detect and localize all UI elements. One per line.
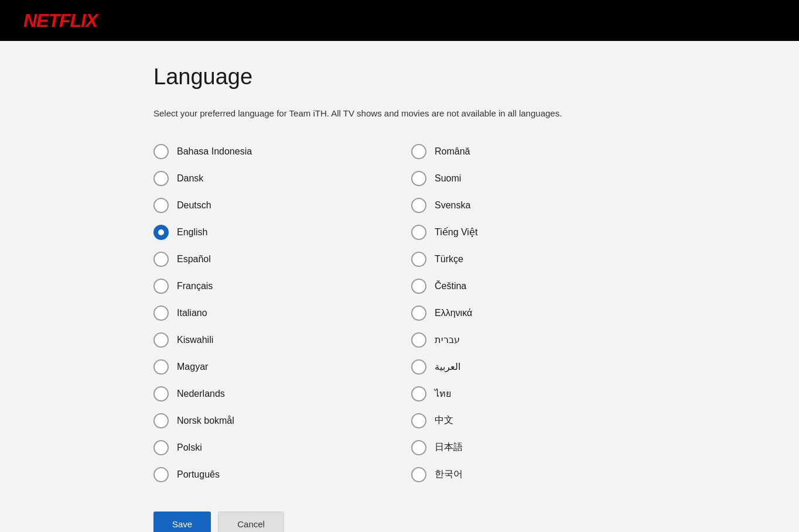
language-item-svenska[interactable]: Svenska [411,192,646,219]
radio-turkce[interactable] [411,252,426,267]
language-label-romana: Română [435,146,470,157]
button-row: Save Cancel [153,512,646,533]
language-column-right: RomânăSuomiSvenskaTiếng ViệtTürkçeČeštin… [411,138,646,488]
radio-portugues[interactable] [153,467,169,482]
radio-arabic[interactable] [411,359,426,375]
language-label-magyar: Magyar [177,362,208,372]
radio-inner-english [158,229,164,235]
top-header: NETFLIX [0,0,799,41]
page-description: Select your preferred language for Team … [153,107,646,121]
language-grid: Bahasa IndonesiaDanskDeutschEnglishEspañ… [153,138,646,488]
page-title: Language [153,64,646,90]
language-label-english: English [177,227,207,238]
radio-japanese[interactable] [411,440,426,455]
main-content: Language Select your preferred language … [118,41,681,532]
radio-nederlands[interactable] [153,386,169,401]
language-item-ivrit[interactable]: עברית [411,327,646,353]
language-item-italiano[interactable]: Italiano [153,300,388,327]
radio-italiano[interactable] [153,306,169,321]
language-label-norsk-bokmal: Norsk bokmål [177,416,234,426]
netflix-logo: NETFLIX [23,10,97,32]
language-label-korean: 한국어 [435,468,463,480]
radio-bahasa-indonesia[interactable] [153,144,169,159]
language-label-thai: ไทย [435,386,451,401]
language-item-romana[interactable]: Română [411,138,646,165]
language-label-italiano: Italiano [177,308,207,318]
language-item-bahasa-indonesia[interactable]: Bahasa Indonesia [153,138,388,165]
language-label-kiswahili: Kiswahili [177,335,213,345]
language-label-ivrit: עברית [435,334,460,345]
radio-espanol[interactable] [153,252,169,267]
radio-romana[interactable] [411,144,426,159]
language-item-tieng-viet[interactable]: Tiếng Việt [411,219,646,246]
language-item-suomi[interactable]: Suomi [411,165,646,192]
language-item-espanol[interactable]: Español [153,246,388,273]
language-item-portugues[interactable]: Português [153,461,388,488]
language-label-dansk: Dansk [177,173,203,184]
radio-ivrit[interactable] [411,332,426,348]
language-item-arabic[interactable]: العربية [411,353,646,380]
language-label-polski: Polski [177,442,202,453]
language-item-cestina[interactable]: Čeština [411,273,646,300]
save-button[interactable]: Save [153,512,211,533]
language-label-nederlands: Nederlands [177,389,225,399]
language-item-korean[interactable]: 한국어 [411,461,646,488]
language-item-deutsch[interactable]: Deutsch [153,192,388,219]
radio-francais[interactable] [153,279,169,294]
radio-dansk[interactable] [153,171,169,186]
language-item-francais[interactable]: Français [153,273,388,300]
radio-suomi[interactable] [411,171,426,186]
cancel-button[interactable]: Cancel [218,512,284,533]
radio-kiswahili[interactable] [153,332,169,348]
language-label-deutsch: Deutsch [177,200,211,211]
language-column-left: Bahasa IndonesiaDanskDeutschEnglishEspañ… [153,138,388,488]
radio-english[interactable] [153,225,169,240]
language-item-chinese[interactable]: 中文 [411,407,646,434]
language-label-svenska: Svenska [435,200,470,211]
language-label-arabic: العربية [435,361,460,372]
language-label-francais: Français [177,281,213,291]
radio-deutsch[interactable] [153,198,169,213]
radio-svenska[interactable] [411,198,426,213]
language-item-ellinika[interactable]: Ελληνικά [411,300,646,327]
language-item-magyar[interactable]: Magyar [153,353,388,380]
language-item-english[interactable]: English [153,219,388,246]
radio-tieng-viet[interactable] [411,225,426,240]
language-item-norsk-bokmal[interactable]: Norsk bokmål [153,407,388,434]
language-label-bahasa-indonesia: Bahasa Indonesia [177,146,252,157]
language-label-espanol: Español [177,254,211,265]
language-label-cestina: Čeština [435,281,466,291]
language-item-japanese[interactable]: 日本語 [411,434,646,461]
radio-ellinika[interactable] [411,306,426,321]
radio-korean[interactable] [411,467,426,482]
language-item-nederlands[interactable]: Nederlands [153,380,388,407]
language-item-kiswahili[interactable]: Kiswahili [153,327,388,353]
radio-cestina[interactable] [411,279,426,294]
language-label-japanese: 日本語 [435,441,463,454]
language-item-dansk[interactable]: Dansk [153,165,388,192]
radio-thai[interactable] [411,386,426,401]
language-item-thai[interactable]: ไทย [411,380,646,407]
language-label-turkce: Türkçe [435,254,463,265]
language-label-portugues: Português [177,469,220,480]
radio-magyar[interactable] [153,359,169,375]
language-item-polski[interactable]: Polski [153,434,388,461]
language-label-tieng-viet: Tiếng Việt [435,226,477,238]
language-label-chinese: 中文 [435,414,453,427]
radio-chinese[interactable] [411,413,426,428]
language-item-turkce[interactable]: Türkçe [411,246,646,273]
language-label-ellinika: Ελληνικά [435,308,472,318]
radio-norsk-bokmal[interactable] [153,413,169,428]
language-label-suomi: Suomi [435,173,461,184]
radio-polski[interactable] [153,440,169,455]
